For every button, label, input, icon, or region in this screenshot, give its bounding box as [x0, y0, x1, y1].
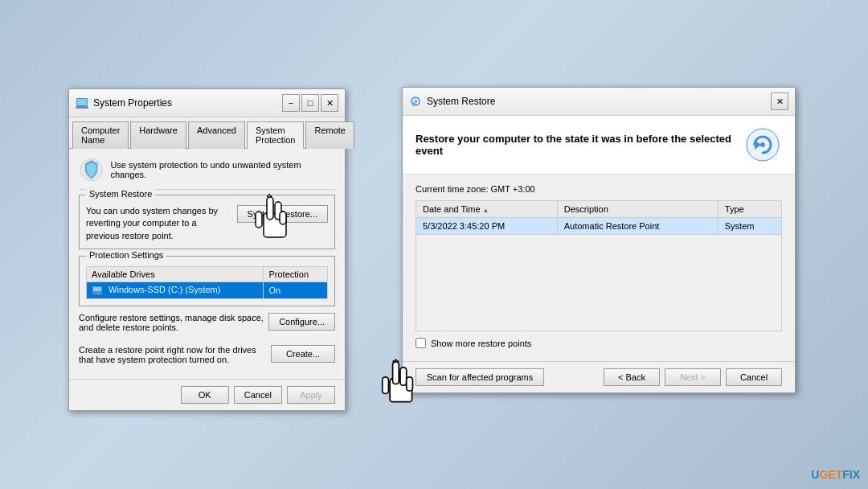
tab-hardware[interactable]: Hardware: [130, 121, 186, 149]
svg-point-7: [98, 293, 100, 294]
sort-arrow-icon: ▲: [483, 207, 489, 214]
system-properties-titlebar: System Properties − □ ✕: [69, 89, 345, 117]
svg-rect-5: [93, 287, 101, 291]
system-properties-dialog: System Properties − □ ✕ Computer Name Ha…: [68, 88, 346, 411]
svg-rect-2: [76, 107, 88, 109]
col-date-time[interactable]: Date and Time ▲: [416, 201, 558, 218]
restore-description: Automatic Restore Point: [557, 218, 718, 235]
back-button[interactable]: < Back: [604, 368, 660, 386]
tab-computer-name[interactable]: Computer Name: [72, 121, 129, 149]
sys-props-title-text: System Properties: [93, 97, 172, 109]
svg-rect-27: [395, 360, 397, 362]
restore-table-body: 5/3/2022 3:45:20 PM Automatic Restore Po…: [416, 218, 782, 331]
system-restore-dialog: System Restore ✕ Restore your computer t…: [402, 87, 796, 393]
timezone-label: Current time zone: GMT +3:00: [416, 184, 782, 194]
system-properties-title: System Properties: [76, 97, 172, 109]
system-properties-icon: [76, 97, 88, 109]
show-more-row: Show more restore points: [416, 338, 782, 348]
tab-system-protection[interactable]: System Protection: [247, 121, 305, 149]
system-restore-content: You can undo system changes by reverting…: [86, 205, 328, 242]
restore-close-button[interactable]: ✕: [771, 92, 788, 110]
system-restore-button[interactable]: System Restore...: [237, 205, 328, 223]
cancel-button[interactable]: Cancel: [234, 386, 282, 404]
restore-header-text: Restore your computer to the state it wa…: [416, 133, 743, 157]
restore-dialog-title: System Restore: [427, 96, 495, 107]
svg-rect-6: [92, 293, 102, 294]
col-type: Type: [718, 201, 781, 218]
empty-row: [416, 235, 782, 331]
table-row[interactable]: Windows-SSD (C:) (System) On: [87, 282, 328, 299]
restore-dialog-body: Current time zone: GMT +3:00 Date and Ti…: [403, 175, 795, 361]
protection-settings-label: Protection Settings: [86, 250, 166, 260]
restore-date: 5/3/2022 3:45:20 PM: [416, 218, 558, 235]
configure-description: Configure restore settings, manage disk …: [79, 313, 268, 332]
restore-title-controls: ✕: [771, 92, 788, 110]
protection-settings-group: Protection Settings Available Drives Pro…: [79, 256, 335, 306]
close-button[interactable]: ✕: [321, 94, 338, 112]
drive-icon: [92, 285, 103, 296]
scan-affected-button[interactable]: Scan for affected programs: [416, 368, 544, 386]
restore-points-table: Date and Time ▲ Description Type 5/3/202…: [416, 200, 782, 331]
watermark: UGETFIX: [811, 468, 860, 481]
protection-table: Available Drives Protection: [86, 266, 328, 299]
system-restore-titlebar: System Restore ✕: [403, 88, 795, 116]
tab-remote[interactable]: Remote: [305, 121, 354, 149]
shield-icon: [79, 157, 104, 183]
configure-button[interactable]: Configure...: [268, 313, 335, 331]
minimize-button[interactable]: −: [282, 94, 300, 112]
watermark-u: U: [811, 468, 819, 481]
col-protection: Protection: [264, 267, 328, 282]
svg-rect-26: [393, 360, 395, 363]
system-restore-label: System Restore: [86, 189, 155, 199]
svg-rect-22: [393, 362, 399, 384]
show-more-label: Show more restore points: [431, 339, 531, 348]
section-description: Use system protection to undo unwanted s…: [110, 160, 335, 179]
restore-cancel-button[interactable]: Cancel: [726, 368, 782, 386]
restore-type: System: [718, 218, 781, 235]
create-button[interactable]: Create...: [271, 345, 335, 363]
restore-point-row[interactable]: 5/3/2022 3:45:20 PM Automatic Restore Po…: [416, 218, 782, 235]
restore-icon: [409, 95, 422, 108]
svg-rect-24: [383, 377, 389, 394]
col-available-drives: Available Drives: [87, 267, 264, 282]
sys-props-content: Use system protection to undo unwanted s…: [69, 149, 345, 379]
tab-bar: Computer Name Hardware Advanced System P…: [69, 117, 345, 149]
col-description: Description: [557, 201, 718, 218]
restore-row: You can undo system changes by reverting…: [86, 205, 328, 242]
next-button[interactable]: Next >: [665, 368, 721, 386]
maximize-button[interactable]: □: [301, 94, 319, 112]
system-restore-group: System Restore You can undo system chang…: [79, 195, 335, 249]
show-more-checkbox[interactable]: [416, 338, 426, 348]
watermark-fix: FIX: [842, 468, 860, 481]
restore-header-icon: [743, 125, 782, 164]
bottom-buttons: OK Cancel Apply: [69, 379, 345, 410]
restore-footer: Scan for affected programs < Back Next >…: [403, 361, 795, 392]
configure-row: Configure restore settings, manage disk …: [79, 313, 335, 339]
svg-rect-1: [77, 99, 87, 105]
system-restore-title: System Restore: [409, 95, 495, 108]
tab-advanced[interactable]: Advanced: [188, 121, 245, 149]
title-bar-controls: − □ ✕: [282, 94, 338, 112]
drive-protection: On: [264, 282, 328, 299]
create-row: Create a restore point right now for the…: [79, 345, 335, 371]
section-header: Use system protection to undo unwanted s…: [79, 157, 335, 183]
watermark-get: GET: [819, 468, 842, 481]
ok-button[interactable]: OK: [181, 386, 229, 404]
svg-point-12: [760, 142, 765, 147]
restore-dialog-header: Restore your computer to the state it wa…: [403, 116, 795, 175]
restore-description: You can undo system changes by reverting…: [86, 205, 231, 242]
footer-nav-buttons: < Back Next > Cancel: [604, 368, 782, 386]
svg-rect-28: [397, 360, 399, 363]
apply-button[interactable]: Apply: [287, 386, 335, 404]
create-description: Create a restore point right now for the…: [79, 345, 271, 364]
protection-table-container: Available Drives Protection: [86, 266, 328, 299]
drive-name: Windows-SSD (C:) (System): [87, 282, 264, 299]
